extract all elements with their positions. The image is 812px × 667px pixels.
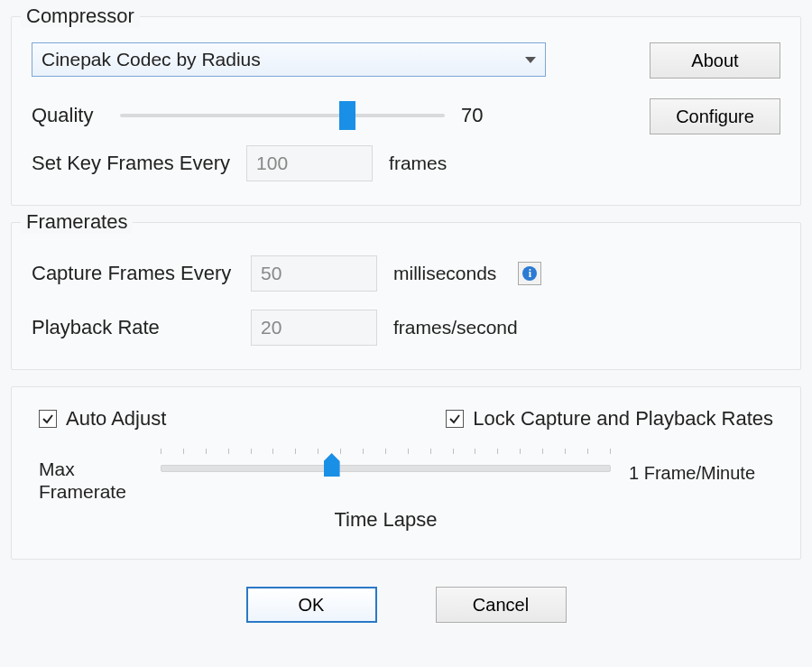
quality-slider[interactable] — [120, 105, 445, 126]
ok-button[interactable]: OK — [246, 587, 377, 623]
codec-dropdown[interactable]: Cinepak Codec by Radius — [32, 42, 546, 77]
lock-rates-label: Lock Capture and Playback Rates — [473, 407, 773, 431]
keyframes-label: Set Key Frames Every — [32, 152, 230, 175]
adjust-group: Auto Adjust Lock Capture and Playback Ra… — [11, 386, 801, 560]
footer-buttons: OK Cancel — [11, 587, 801, 623]
compressor-group: Compressor Cinepak Codec by Radius About… — [11, 16, 801, 206]
compressor-title: Compressor — [21, 5, 140, 28]
about-button[interactable]: About — [650, 42, 780, 79]
quality-value: 70 — [461, 104, 497, 127]
time-lapse-caption: Time Lapse — [161, 508, 611, 532]
framerates-title: Framerates — [21, 210, 133, 234]
lock-rates-checkbox[interactable]: Lock Capture and Playback Rates — [446, 407, 773, 431]
checkbox-icon — [446, 410, 464, 428]
capture-input[interactable] — [251, 255, 377, 292]
quality-label: Quality — [32, 104, 104, 127]
keyframes-input[interactable] — [246, 145, 373, 181]
framerates-group: Framerates Capture Frames Every millisec… — [11, 222, 801, 370]
keyframes-unit: frames — [389, 153, 447, 174]
configure-button[interactable]: Configure — [650, 98, 780, 134]
max-framerate-label: Max Framerate — [39, 458, 143, 503]
playback-unit: frames/second — [393, 317, 518, 338]
capture-label: Capture Frames Every — [32, 262, 235, 285]
info-icon[interactable]: i — [518, 262, 541, 285]
slider-end-label: 1 Frame/Minute — [629, 458, 773, 484]
codec-selected-text: Cinepak Codec by Radius — [42, 49, 261, 70]
chevron-down-icon — [525, 57, 536, 63]
time-lapse-slider[interactable]: Time Lapse — [161, 458, 611, 532]
auto-adjust-label: Auto Adjust — [66, 407, 166, 431]
cancel-button[interactable]: Cancel — [436, 587, 567, 623]
auto-adjust-checkbox[interactable]: Auto Adjust — [39, 407, 166, 431]
checkbox-icon — [39, 410, 57, 428]
playback-input[interactable] — [251, 310, 377, 346]
capture-unit: milliseconds — [393, 263, 496, 284]
playback-label: Playback Rate — [32, 316, 235, 339]
